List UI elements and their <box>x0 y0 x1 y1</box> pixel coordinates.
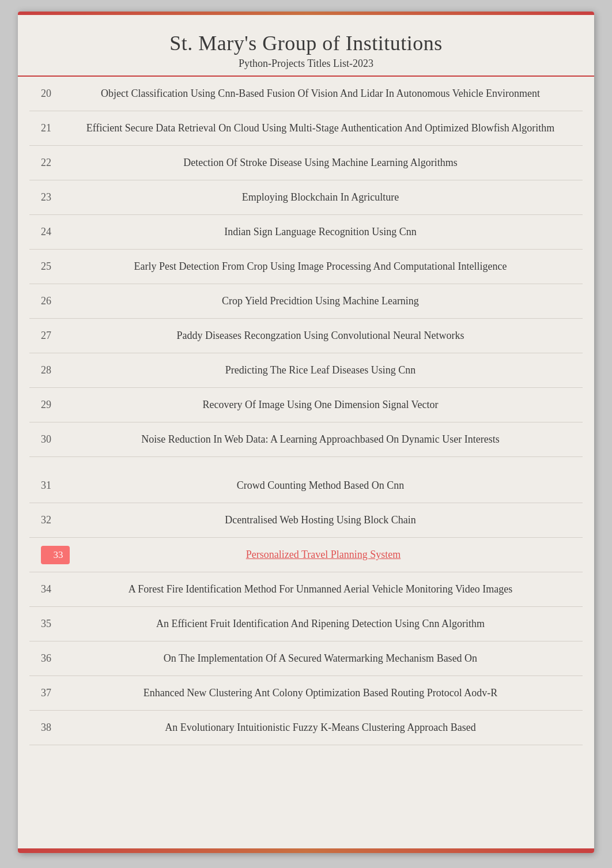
table-row: 26Crop Yield Precidtion Using Machine Le… <box>29 284 583 319</box>
project-title: Early Pest Detection From Crop Using Ima… <box>64 259 577 274</box>
row-number: 37 <box>35 687 64 699</box>
row-number: 36 <box>35 652 64 665</box>
table-row: 23Employing Blockchain In Agriculture <box>29 180 583 215</box>
row-number: 25 <box>35 261 64 273</box>
row-number: 38 <box>35 722 64 734</box>
project-title: Object Classification Using Cnn-Based Fu… <box>64 86 577 101</box>
table-row: 20Object Classification Using Cnn-Based … <box>29 77 583 111</box>
table-row: 34A Forest Fire Identification Method Fo… <box>29 572 583 607</box>
row-number: 26 <box>35 295 64 307</box>
project-title: Paddy Diseases Recongzation Using Convol… <box>64 328 577 344</box>
list-subtitle: Python-Projects Titles List-2023 <box>41 58 571 70</box>
table-row: 24Indian Sign Language Recognition Using… <box>29 215 583 250</box>
table-row: 25Early Pest Detection From Crop Using I… <box>29 250 583 284</box>
project-title: Recovery Of Image Using One Dimension Si… <box>64 397 577 413</box>
row-number: 27 <box>35 330 64 342</box>
project-title: Efficient Secure Data Retrieval On Cloud… <box>64 120 577 136</box>
row-number: 31 <box>35 480 64 492</box>
project-title: A Forest Fire Identification Method For … <box>64 582 577 597</box>
row-number: 32 <box>35 514 64 526</box>
project-title: Dcentralised Web Hosting Using Block Cha… <box>64 512 577 528</box>
row-number: 23 <box>35 191 64 203</box>
table-row: 38An Evolutionary Intuitionistic Fuzzy K… <box>29 711 583 745</box>
row-number-highlighted: 33 <box>41 546 70 564</box>
project-title: On The Implementation Of A Secured Water… <box>64 651 577 666</box>
table-row: 22Detection Of Stroke Disease Using Mach… <box>29 146 583 180</box>
row-number: 34 <box>35 583 64 595</box>
project-title: Enhanced New Clustering Ant Colony Optim… <box>64 685 577 701</box>
project-title: An Evolutionary Intuitionistic Fuzzy K-M… <box>64 720 577 735</box>
table-row: 37Enhanced New Clustering Ant Colony Opt… <box>29 676 583 711</box>
project-title: Crowd Counting Method Based On Cnn <box>64 478 577 493</box>
projects-list: 20Object Classification Using Cnn-Based … <box>18 77 594 848</box>
page-header: St. Mary's Group of Institutions Python-… <box>18 15 594 77</box>
row-number: 35 <box>35 618 64 630</box>
row-number: 21 <box>35 122 64 134</box>
project-title: Personalized Travel Planning System <box>70 547 577 563</box>
bottom-decorative-bar <box>18 848 594 853</box>
project-title: Detection Of Stroke Disease Using Machin… <box>64 155 577 171</box>
main-page: St. Mary's Group of Institutions Python-… <box>18 12 594 853</box>
project-title: Indian Sign Language Recognition Using C… <box>64 224 577 240</box>
row-number: 22 <box>35 157 64 169</box>
row-number: 24 <box>35 226 64 238</box>
project-title: Employing Blockchain In Agriculture <box>64 190 577 205</box>
row-number: 28 <box>35 364 64 376</box>
project-title: Crop Yield Precidtion Using Machine Lear… <box>64 293 577 309</box>
table-row: 28Predicting The Rice Leaf Diseases Usin… <box>29 353 583 388</box>
row-number: 20 <box>35 88 64 100</box>
table-row: 33Personalized Travel Planning System <box>29 538 583 572</box>
table-row: 31Crowd Counting Method Based On Cnn <box>29 469 583 503</box>
table-row: 30Noise Reduction In Web Data: A Learnin… <box>29 422 583 457</box>
table-row: 35An Efficient Fruit Identification And … <box>29 607 583 641</box>
table-row: 29Recovery Of Image Using One Dimension … <box>29 388 583 422</box>
table-row: 27Paddy Diseases Recongzation Using Conv… <box>29 319 583 353</box>
row-number: 30 <box>35 433 64 446</box>
row-number: 29 <box>35 399 64 411</box>
project-title: Noise Reduction In Web Data: A Learning … <box>64 432 577 447</box>
table-row: 21Efficient Secure Data Retrieval On Clo… <box>29 111 583 146</box>
project-title: Predicting The Rice Leaf Diseases Using … <box>64 363 577 378</box>
project-title: An Efficient Fruit Identification And Ri… <box>64 616 577 632</box>
institution-title: St. Mary's Group of Institutions <box>41 31 571 55</box>
table-row: 32Dcentralised Web Hosting Using Block C… <box>29 503 583 538</box>
table-row: 36On The Implementation Of A Secured Wat… <box>29 641 583 676</box>
